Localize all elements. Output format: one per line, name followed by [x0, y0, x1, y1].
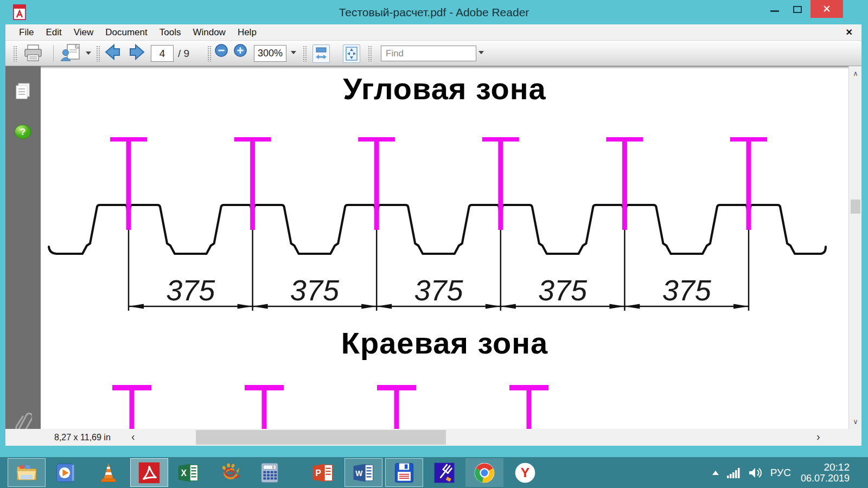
find-input[interactable]: Find [381, 46, 476, 61]
dimension-label: 375 [166, 274, 215, 306]
toolbar-grip [96, 46, 100, 62]
statusbar: 8,27 x 11,69 in ‹ › [5, 429, 861, 446]
page-total-label: / 9 [178, 45, 189, 62]
toolbar-separator [53, 45, 54, 62]
chrome-icon [473, 461, 496, 485]
fit-width-button[interactable] [312, 44, 330, 63]
maximize-button[interactable] [787, 0, 808, 18]
taskbar-save-tool[interactable] [385, 458, 423, 487]
share-user-icon [60, 43, 84, 63]
menu-item-tools[interactable]: Tools [154, 24, 187, 41]
tray-expand-button[interactable] [712, 470, 719, 476]
system-tray: РУС 20:12 06.07.2019 [712, 457, 868, 488]
help-button[interactable]: ? [13, 122, 33, 142]
taskbar-adobe-reader[interactable] [130, 458, 168, 487]
scroll-up-icon[interactable]: ∧ [849, 69, 862, 78]
network-signal-icon [727, 467, 741, 478]
taskbar: X 0 [0, 457, 868, 488]
horizontal-scrollbar[interactable] [144, 430, 811, 445]
clock[interactable]: 20:12 06.07.2019 [801, 461, 850, 484]
close-button[interactable]: ✕ [810, 0, 843, 18]
share-button[interactable] [60, 43, 91, 63]
svg-text:X: X [181, 468, 187, 477]
taskbar-word[interactable]: W [344, 458, 382, 487]
zoom-level-input[interactable]: 300% [254, 45, 286, 62]
zoom-out-icon [214, 43, 228, 57]
titlebar: Тестовый-расчет.pdf - Adobe Reader ✕ [0, 0, 868, 24]
svg-text:W: W [355, 469, 362, 477]
vlc-icon [97, 461, 120, 485]
zoom-out-button[interactable] [214, 43, 228, 57]
word-icon: W [351, 461, 376, 485]
network-button[interactable] [727, 467, 741, 478]
menu-item-file[interactable]: File [13, 24, 40, 41]
menu-item-document[interactable]: Document [99, 24, 153, 41]
page-number-input[interactable]: 4 [151, 45, 174, 62]
window-title: Тестовый-расчет.pdf - Adobe Reader [0, 0, 868, 24]
menu-item-help[interactable]: Help [232, 24, 263, 41]
taskbar-yandex-browser[interactable]: Y [506, 458, 544, 487]
taskbar-media-player[interactable] [46, 458, 84, 487]
print-icon [23, 43, 43, 63]
zoom-in-button[interactable] [233, 43, 247, 57]
taskbar-file-explorer[interactable] [8, 458, 46, 487]
profile-diagram: 375375375375375 [41, 66, 848, 429]
close-icon: ✕ [822, 3, 831, 15]
excel-icon: X [176, 461, 201, 485]
pdf-page[interactable]: Угловая зона Краевая зона 37537537537537… [41, 66, 848, 429]
previous-page-button[interactable] [103, 43, 122, 61]
vertical-scrollbar-thumb[interactable] [851, 200, 860, 214]
print-button[interactable] [23, 43, 43, 63]
taskbar-calculator[interactable]: 0 [251, 458, 289, 487]
next-page-icon [128, 43, 146, 61]
fit-width-icon [315, 47, 328, 61]
volume-button[interactable] [749, 467, 763, 479]
fork-app-icon [432, 461, 456, 485]
save-floppy-icon [392, 461, 416, 485]
close-document-button[interactable]: ✕ [846, 24, 853, 41]
fit-page-icon [345, 46, 358, 61]
taskbar-chrome[interactable] [465, 458, 503, 487]
prev-page-icon [103, 43, 122, 61]
language-indicator[interactable]: РУС [770, 467, 791, 479]
chevron-down-icon [478, 51, 484, 54]
find-dropdown-button[interactable] [478, 51, 484, 54]
tray-expand-icon [712, 470, 719, 476]
dimension-label: 375 [414, 274, 463, 306]
taskbar-excel[interactable]: X [169, 458, 207, 487]
attachments-button[interactable] [13, 411, 33, 431]
svg-text:0: 0 [272, 465, 275, 469]
toolbar-grip [13, 46, 17, 62]
clock-time: 20:12 [801, 461, 850, 473]
taskbar-fork-app[interactable] [425, 458, 463, 487]
clock-date: 06.07.2019 [801, 473, 850, 484]
zoom-dropdown-button[interactable] [291, 51, 296, 54]
minimize-button[interactable] [764, 0, 786, 18]
minimize-icon [770, 10, 779, 12]
menu-item-window[interactable]: Window [187, 24, 231, 41]
scroll-right-icon[interactable]: › [816, 429, 820, 446]
yandex-icon: Y [513, 461, 537, 485]
chevron-down-icon [86, 52, 91, 55]
fit-page-button[interactable] [343, 44, 360, 63]
toolbar-grip [207, 46, 211, 62]
dimension-label: 375 [538, 274, 588, 306]
media-player-icon [53, 461, 77, 485]
taskbar-photo-viewer[interactable] [210, 458, 248, 487]
horizontal-scrollbar-thumb[interactable] [196, 430, 446, 445]
page-size-label: 8,27 x 11,69 in [54, 429, 111, 446]
menu-item-edit[interactable]: Edit [40, 24, 67, 41]
scroll-down-icon[interactable]: ∨ [849, 418, 862, 426]
menubar: FileEditViewDocumentToolsWindowHelp ✕ [5, 24, 861, 41]
toolbar: 4 / 9 300% [5, 41, 861, 66]
attachments-paperclip-icon [14, 410, 32, 431]
chevron-down-icon [291, 51, 296, 54]
taskbar-vlc[interactable] [90, 458, 127, 487]
menu-item-view[interactable]: View [68, 24, 100, 41]
scroll-left-icon[interactable]: ‹ [131, 429, 135, 446]
next-page-button[interactable] [128, 43, 146, 61]
pages-panel-button[interactable] [13, 81, 33, 101]
sidebar: ? [5, 66, 41, 429]
taskbar-powerpoint[interactable]: P [304, 458, 342, 487]
vertical-scrollbar[interactable]: ∧ ∨ [848, 66, 861, 429]
